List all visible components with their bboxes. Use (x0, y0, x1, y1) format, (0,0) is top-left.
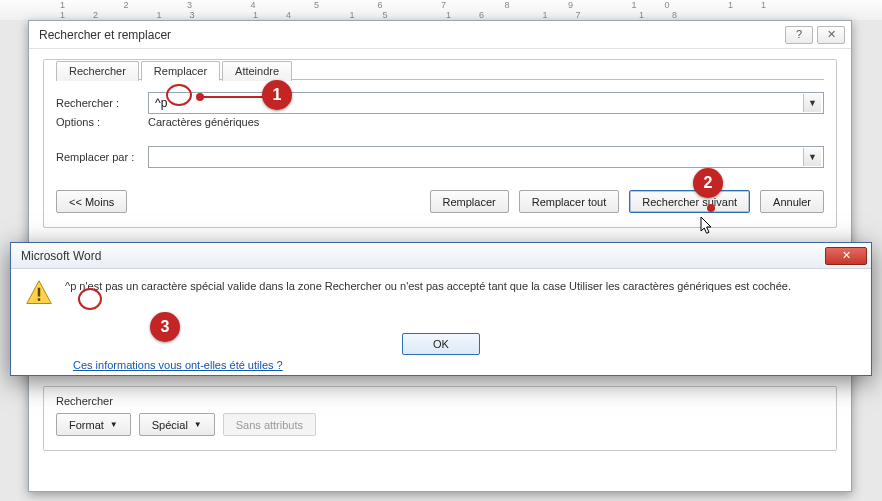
messagebox: Microsoft Word ✕ ^p n'est pas un caractè… (10, 242, 872, 376)
annotation-line-1 (200, 96, 264, 98)
annotation-ring-3 (78, 288, 102, 310)
annotation-badge-3: 3 (150, 312, 180, 342)
search-section-label: Rechercher (56, 395, 824, 407)
dialog-title: Rechercher et remplacer (39, 28, 171, 42)
svg-rect-2 (38, 298, 40, 301)
tab-rechercher[interactable]: Rechercher (56, 61, 139, 81)
find-label: Rechercher : (56, 97, 148, 109)
replace-all-button[interactable]: Remplacer tout (519, 190, 620, 213)
ok-button[interactable]: OK (402, 333, 480, 355)
replace-button[interactable]: Remplacer (430, 190, 509, 213)
dialog-titlebar: Rechercher et remplacer ? ✕ (29, 21, 851, 49)
annotation-badge-1: 1 (262, 80, 292, 110)
tab-strip: Rechercher Remplacer Atteindre (56, 61, 824, 81)
ruler: 1 2 3 4 5 6 7 8 9 10 11 12 13 14 15 16 1… (0, 0, 882, 20)
cursor-icon (700, 216, 714, 236)
annotation-badge-2: 2 (693, 168, 723, 198)
help-link[interactable]: Ces informations vous ont-elles été util… (73, 359, 283, 371)
help-button[interactable]: ? (785, 26, 813, 44)
format-button[interactable]: Format▼ (56, 413, 131, 436)
messagebox-title: Microsoft Word (21, 249, 101, 263)
svg-rect-1 (38, 288, 40, 297)
annotation-dot-2 (707, 204, 715, 212)
less-button[interactable]: << Moins (56, 190, 127, 213)
tab-atteindre[interactable]: Atteindre (222, 61, 292, 81)
close-button[interactable]: ✕ (817, 26, 845, 44)
no-attributes-button: Sans attributs (223, 413, 316, 436)
options-label: Options : (56, 116, 148, 128)
messagebox-text: ^p n'est pas un caractère spécial valide… (65, 279, 791, 294)
find-dropdown-icon[interactable]: ▼ (803, 94, 821, 112)
replace-input[interactable]: ▼ (148, 146, 824, 168)
find-value: ^p (155, 96, 167, 110)
cancel-button[interactable]: Annuler (760, 190, 824, 213)
chevron-down-icon: ▼ (110, 420, 118, 429)
annotation-ring-1 (166, 84, 192, 106)
tab-remplacer[interactable]: Remplacer (141, 61, 220, 81)
search-options-panel: Rechercher Format▼ Spécial▼ Sans attribu… (43, 386, 837, 451)
messagebox-titlebar: Microsoft Word ✕ (11, 243, 871, 269)
replace-dropdown-icon[interactable]: ▼ (803, 148, 821, 166)
replace-label: Remplacer par : (56, 151, 148, 163)
messagebox-close-button[interactable]: ✕ (825, 247, 867, 265)
options-value: Caractères génériques (148, 116, 259, 128)
search-panel: Rechercher Remplacer Atteindre Recherche… (43, 59, 837, 228)
warning-icon (25, 279, 53, 307)
special-button[interactable]: Spécial▼ (139, 413, 215, 436)
chevron-down-icon: ▼ (194, 420, 202, 429)
find-next-button[interactable]: Rechercher suivant (629, 190, 750, 213)
